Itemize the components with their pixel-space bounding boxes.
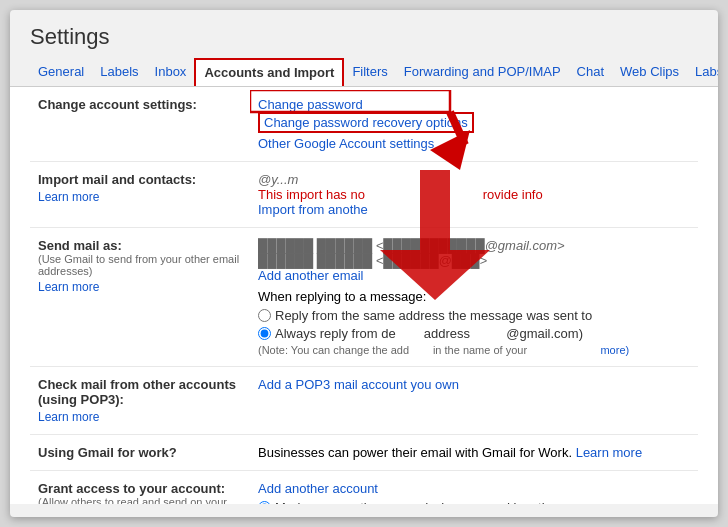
tab-chat[interactable]: Chat bbox=[569, 58, 612, 86]
import-learn-more[interactable]: Learn more bbox=[38, 190, 242, 204]
tab-filters[interactable]: Filters bbox=[344, 58, 395, 86]
reply-options: When replying to a message: Reply from t… bbox=[258, 289, 690, 356]
table-row: Grant access to your account: (Allow oth… bbox=[30, 471, 698, 505]
reply-note-link[interactable]: more) bbox=[600, 344, 629, 356]
import-error-msg: This import has not completed. Please ro… bbox=[258, 187, 543, 202]
page-title: Settings bbox=[10, 10, 718, 58]
tab-forwarding[interactable]: Forwarding and POP/IMAP bbox=[396, 58, 569, 86]
conversation-read-group: Mark conversation as read when opened by… bbox=[258, 500, 690, 504]
send-mail-emails: ██████ ██████ <███████████@gmail.com> ██… bbox=[258, 238, 690, 268]
change-password-recovery-box: Change password recovery options bbox=[258, 112, 474, 133]
pop3-learn-more[interactable]: Learn more bbox=[38, 410, 242, 424]
mark-read-radio[interactable] bbox=[258, 501, 271, 504]
import-another-link[interactable]: Import from another address bbox=[258, 202, 422, 217]
work-learn-more[interactable]: Learn more bbox=[576, 445, 642, 460]
settings-nav: General Labels Inbox Accounts and Import… bbox=[10, 58, 718, 87]
row-label: Change account settings: bbox=[38, 97, 197, 112]
reply-heading: When replying to a message: bbox=[258, 289, 426, 304]
table-row: Import mail and contacts: Learn more @y.… bbox=[30, 162, 698, 228]
mark-read-option[interactable]: Mark conversation as read when opened by… bbox=[258, 500, 690, 504]
add-another-email-link[interactable]: Add another email bbox=[258, 268, 364, 283]
work-description: Businesses can power their email with Gm… bbox=[258, 445, 576, 460]
send-mail-label: Send mail as: bbox=[38, 238, 122, 253]
reply-default-label: Always reply from default address @gmail… bbox=[275, 326, 583, 341]
tab-labs[interactable]: Labs bbox=[687, 58, 718, 86]
tab-inbox[interactable]: Inbox bbox=[147, 58, 195, 86]
grant-access-sublabel: (Allow others to read and send on your b… bbox=[38, 496, 242, 504]
tab-webclips[interactable]: Web Clips bbox=[612, 58, 687, 86]
reply-same-address-option[interactable]: Reply from the same address the message … bbox=[258, 308, 690, 323]
table-row: Change account settings: Change password… bbox=[30, 87, 698, 162]
tab-general[interactable]: General bbox=[30, 58, 92, 86]
tab-labels[interactable]: Labels bbox=[92, 58, 146, 86]
send-email-1: ██████ ██████ <███████████@gmail.com> bbox=[258, 238, 565, 253]
send-email-2: ██████ ██████ <██████@███> bbox=[258, 253, 487, 268]
work-label: Using Gmail for work? bbox=[38, 445, 177, 460]
send-mail-learn-more[interactable]: Learn more bbox=[38, 280, 242, 294]
reply-default-radio[interactable] bbox=[258, 327, 271, 340]
pop3-label: Check mail from other accounts (using PO… bbox=[38, 377, 236, 407]
grant-access-label: Grant access to your account: bbox=[38, 481, 225, 496]
import-label: Import mail and contacts: bbox=[38, 172, 196, 187]
table-row: Send mail as: (Use Gmail to send from yo… bbox=[30, 228, 698, 367]
reply-same-label: Reply from the same address the message … bbox=[275, 308, 592, 323]
reply-note: (Note: You can change the address in the… bbox=[258, 344, 690, 356]
table-row: Check mail from other accounts (using PO… bbox=[30, 367, 698, 435]
send-mail-sublabel: (Use Gmail to send from your other email… bbox=[38, 253, 242, 277]
reply-default-option[interactable]: Always reply from default address @gmail… bbox=[258, 326, 690, 341]
reply-radio-group: Reply from the same address the message … bbox=[258, 308, 690, 341]
settings-content: Change account settings: Change password… bbox=[10, 87, 718, 504]
google-account-settings-link[interactable]: Other Google Account settings bbox=[258, 136, 434, 151]
tab-accounts-import[interactable]: Accounts and Import bbox=[194, 58, 344, 87]
import-email: @y...m bbox=[258, 172, 298, 187]
table-row: Using Gmail for work? Businesses can pow… bbox=[30, 435, 698, 471]
add-another-account-link[interactable]: Add another account bbox=[258, 481, 378, 496]
add-pop3-link[interactable]: Add a POP3 mail account you own bbox=[258, 377, 459, 392]
change-password-link[interactable]: Change password bbox=[258, 97, 363, 112]
reply-same-radio[interactable] bbox=[258, 309, 271, 322]
mark-read-label: Mark conversation as read when opened by… bbox=[275, 500, 567, 504]
change-password-recovery-link[interactable]: Change password recovery options bbox=[264, 115, 468, 130]
settings-table: Change account settings: Change password… bbox=[30, 87, 698, 504]
